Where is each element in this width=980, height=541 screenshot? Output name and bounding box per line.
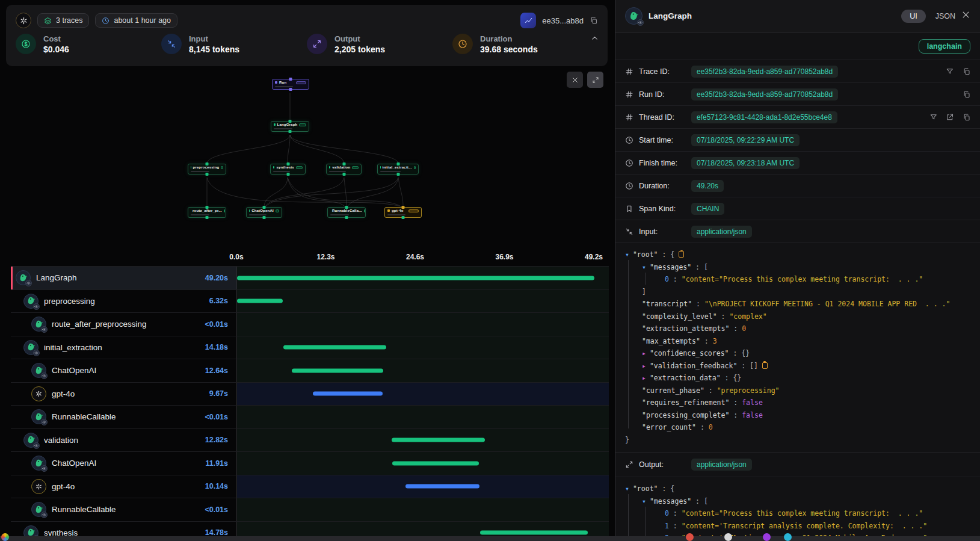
timeline-row-initial_extraction[interactable]: initial_extraction 14.18s [11,336,609,359]
json-token: "\nPROJECT KICKOFF MEETING - Q1 2024 MOB… [704,300,951,308]
span-track [236,267,609,289]
graph-close-button[interactable] [567,72,583,88]
taskbar-app-icon[interactable] [763,533,771,541]
timeline-row-runnablecallable[interactable]: RunnableCallable <0.01s [11,405,609,428]
filter-icon[interactable] [929,113,938,122]
graph-node-synthesis[interactable]: synthesis [270,164,306,175]
graph-node-langgraph[interactable]: LangGraph [271,121,309,132]
graph-node-gpt-4o[interactable]: gpt-4o [384,207,422,218]
node-label: ChatOpenAI [251,209,274,212]
timeline-row-gpt-4o[interactable]: gpt-4o 9.67s [11,382,609,406]
langchain-tag[interactable]: langchain [919,39,970,54]
openai-avatar-icon [16,13,31,28]
taskbar-app-icon[interactable] [724,533,732,541]
field-row: Input: application/json [615,220,980,243]
timeline-row-validation[interactable]: validation 12.82s [11,428,609,452]
external-icon[interactable] [946,113,954,122]
copy-icon[interactable] [963,113,971,122]
timeline-row-chatopenai[interactable]: ChatOpenAI 11.91s [11,451,609,475]
span-name: ChatOpenAI [52,459,96,468]
json-toggle-arrow[interactable]: ▾ [642,263,646,271]
layers-icon [44,17,52,25]
graph-expand-button[interactable] [587,72,603,88]
json-token: "extraction_attempts" [642,324,729,333]
copy-json-icon[interactable] [679,251,684,258]
json-toggle-arrow[interactable]: ▾ [625,484,629,493]
panel-close-button[interactable] [961,10,970,22]
stat-card: Duration 39.68 seconds [452,34,598,54]
node-subtitle [274,128,292,130]
span-track [236,406,609,428]
duration-bar [392,438,485,442]
node-subtitle [387,214,405,216]
span-duration: <0.01s [205,505,236,514]
traces-count-badge[interactable]: 3 traces [37,13,89,28]
json-toggle-arrow[interactable]: ▸ [642,349,646,357]
copy-icon[interactable] [963,67,971,76]
hash-icon [625,90,633,99]
timeline-row-gpt-4o[interactable]: gpt-4o 10.14s [11,475,609,498]
taskbar-app-icon[interactable] [686,533,694,541]
json-toggle-arrow[interactable]: ▸ [642,362,646,370]
node-type-icon [249,209,250,212]
filter-icon[interactable] [946,67,954,76]
trend-chart-button[interactable] [520,13,536,28]
graph-node-chatopenai[interactable]: ChatOpenAI [246,207,282,218]
field-label: Thread ID: [639,113,686,122]
trace-id-short: ee35...ab8d [542,16,584,25]
copy-icon[interactable] [963,90,971,99]
eye-badge-icon [41,419,48,425]
span-duration: 10.14s [205,482,236,490]
traces-count-label: 3 traces [56,16,82,25]
duration-bar [405,484,479,489]
timeline-row-route_after_preprocessing[interactable]: route_after_preprocessing <0.01s [11,312,609,336]
node-label: preprocessing [193,165,219,169]
copy-icon[interactable] [590,16,598,25]
node-type-icon [329,166,330,168]
timeline-row-chatopenai[interactable]: ChatOpenAI 12.64s [11,359,609,382]
timeline-row-langgraph[interactable]: LangGraph 49.20s [11,266,609,289]
graph-node-runnablecalla-[interactable]: RunnableCalla... [327,207,366,218]
json-token: "transcript" [642,300,692,308]
span-timeline: 0.0s12.3s24.6s36.9s49.2s LangGraph 49.20… [5,238,609,541]
duration-bar [392,461,479,465]
span-name: gpt-4o [52,482,75,491]
json-token: : [ [691,497,708,505]
field-label: Start time: [639,136,686,144]
json-line: "extraction_attempts" : 0 [625,323,974,335]
graph-node-initial-extracti-[interactable]: initial_extracti... [377,164,419,175]
graph-node-preprocessing[interactable]: preprocessing [188,164,226,175]
graph-node-validation[interactable]: validation [326,164,362,175]
copy-json-icon[interactable] [762,362,768,369]
node-badge [221,166,223,169]
json-token: 3 [713,337,717,345]
field-actions [946,67,970,76]
json-toggle-arrow[interactable]: ▸ [642,374,646,382]
json-toggle-arrow[interactable]: ▾ [642,497,646,505]
json-token: "error_count" [642,423,696,431]
timeline-row-runnablecallable[interactable]: RunnableCallable <0.01s [11,498,609,521]
langchain-icon [625,7,643,25]
timeline-axis: 0.0s12.3s24.6s36.9s49.2s [11,238,609,266]
graph-node-route-after-pr-[interactable]: route_after_pr... [188,207,226,218]
span-name: RunnableCallable [52,505,116,514]
openai-icon [31,386,46,401]
json-token: "content='Transcript analysis complete. … [682,522,928,530]
graph-node-run[interactable]: Run [272,79,309,90]
hash-icon [625,113,633,122]
taskbar[interactable] [0,536,980,541]
panel-title: LangGraph [649,11,692,20]
taskbar-app-icon[interactable] [1,533,9,541]
duration-bar [313,392,383,396]
node-badge [364,209,365,212]
field-row: Start time: 07/18/2025, 09:22:29 AM UTC [615,129,980,152]
tab-ui[interactable]: UI [901,10,926,23]
tab-json[interactable]: JSON [935,12,955,20]
taskbar-app-icon[interactable] [784,533,792,541]
collapse-stats-button[interactable] [590,34,599,45]
node-type-icon [273,166,274,168]
field-label: Finish time: [639,159,686,167]
json-toggle-arrow[interactable]: ▾ [625,250,629,259]
timeline-row-preprocessing[interactable]: preprocessing 6.32s [11,289,609,313]
clock-icon [625,136,633,144]
